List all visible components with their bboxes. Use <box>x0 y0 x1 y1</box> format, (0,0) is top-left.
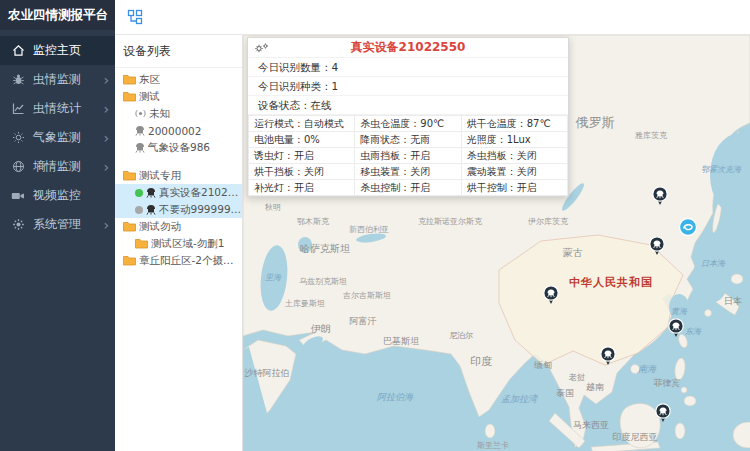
folder-icon <box>123 74 136 85</box>
tree-folder[interactable]: 测试勿动 <box>115 218 242 235</box>
camera-icon <box>11 190 25 202</box>
sidebar-item-label: 视频监控 <box>33 187 109 204</box>
tree-folder[interactable]: 测试专用 <box>115 167 242 184</box>
device-marker[interactable] <box>542 285 560 305</box>
tree-label: 测试区域-勿删1 <box>151 237 224 251</box>
tree-label: 测试 <box>139 90 160 104</box>
tree-device[interactable]: 不要动99999999 <box>115 201 242 218</box>
folder-icon <box>123 170 136 181</box>
popup-table-cell: 杀虫控制：开启 <box>355 180 461 196</box>
tree-label: 东区 <box>139 73 160 87</box>
device-tree: 东区测试未知20000002气象设备986测试专用真实设备21022550不要动… <box>115 68 242 269</box>
sidebar-item-label: 气象监测 <box>33 129 95 146</box>
device-panel-title: 设备列表 <box>115 35 242 68</box>
popup-stats: 今日识别数量：4今日识别种类：1设备状态：在线 <box>248 58 568 115</box>
sidebar-item-weather-monitor[interactable]: 气象监测› <box>0 123 115 152</box>
popup-table-cell: 移虫装置：关闭 <box>355 164 461 180</box>
popup-table-cell: 烘干挡板：关闭 <box>249 164 355 180</box>
sidebar-item-label: 墒情监测 <box>33 158 95 175</box>
popup-stat-row: 设备状态：在线 <box>248 96 568 115</box>
device-marker[interactable] <box>651 186 669 206</box>
gear-icon <box>11 218 25 231</box>
tree-device[interactable]: 真实设备21022550 <box>115 184 242 201</box>
popup-stat-row: 今日识别数量：4 <box>248 58 568 77</box>
popup-table-cell: 震动装置：关闭 <box>461 164 567 180</box>
status-dot-online <box>135 189 143 197</box>
tree-toggle-icon[interactable] <box>127 9 143 25</box>
tree-label: 未知 <box>149 107 170 121</box>
radio-icon <box>135 108 146 119</box>
popup-table-cell: 杀虫挡板：关闭 <box>461 148 567 164</box>
sidebar-item-label: 虫情统计 <box>33 100 95 117</box>
chevron-right-icon: › <box>103 102 109 116</box>
sidebar-menu: 监控主页虫情监测›虫情统计›气象监测›墒情监测›视频监控系统管理› <box>0 36 115 239</box>
tree-device[interactable]: 未知 <box>115 105 242 122</box>
popup-table-cell: 光照度：1Lux <box>461 132 567 148</box>
popup-table-row: 诱虫灯：开启虫雨挡板：开启杀虫挡板：关闭 <box>249 148 568 164</box>
popup-table-cell: 诱虫灯：开启 <box>249 148 355 164</box>
chevron-right-icon: › <box>103 218 109 232</box>
device-marker[interactable] <box>648 236 666 256</box>
device-marker[interactable] <box>667 318 685 338</box>
app-title: 农业四情测报平台 <box>0 0 115 30</box>
cluster-marker[interactable] <box>678 217 698 237</box>
tree-folder[interactable]: 章丘阳丘区-2个摄像头 <box>115 252 242 269</box>
sidebar-item-label: 系统管理 <box>33 216 95 233</box>
bug-icon <box>11 73 25 86</box>
sidebar-item-video-monitor[interactable]: 视频监控 <box>0 181 115 210</box>
tree-label: 真实设备21022550 <box>159 186 242 200</box>
popup-table-row: 运行模式：自动模式杀虫仓温度：90℃烘干仓温度：87℃ <box>249 116 568 132</box>
popup-table-cell: 虫雨挡板：开启 <box>355 148 461 164</box>
tree-label: 测试勿动 <box>139 220 181 234</box>
popup-title: 真实设备21022550 <box>248 39 568 56</box>
folder-icon <box>123 221 136 232</box>
sidebar-item-insect-monitor[interactable]: 虫情监测› <box>0 65 115 94</box>
tree-label: 不要动99999999 <box>159 203 242 217</box>
sidebar-item-label: 监控主页 <box>33 42 109 59</box>
sidebar-item-monitor-home[interactable]: 监控主页 <box>0 36 115 65</box>
popup-stat-row: 今日识别种类：1 <box>248 77 568 96</box>
device-marker[interactable] <box>599 346 617 366</box>
popup-table-cell: 烘干控制：开启 <box>461 180 567 196</box>
tree-device[interactable]: 气象设备986 <box>115 139 242 156</box>
device-popup: 真实设备21022550 今日识别数量：4今日识别种类：1设备状态：在线 运行模… <box>247 37 569 197</box>
map-canvas[interactable]: 俄罗斯雅库茨克秋明鄂木斯克新西伯利亚克拉斯诺亚尔斯克伊尔库茨克哈萨克斯坦蒙古中华… <box>243 35 750 451</box>
chevron-right-icon: › <box>103 73 109 87</box>
gears-icon[interactable] <box>254 42 269 54</box>
sidebar-item-soil-monitor[interactable]: 墒情监测› <box>0 152 115 181</box>
chevron-right-icon: › <box>103 131 109 145</box>
sidebar-item-insect-stats[interactable]: 虫情统计› <box>0 94 115 123</box>
tree-label: 章丘阳丘区-2个摄像头 <box>139 254 242 268</box>
weather-icon <box>11 131 25 144</box>
topbar <box>115 0 750 35</box>
tree-label: 测试专用 <box>139 169 181 183</box>
status-dot-offline <box>135 206 143 214</box>
tree-label: 20000002 <box>148 125 201 137</box>
tree-folder[interactable]: 测试 <box>115 88 242 105</box>
tree-folder[interactable]: 测试区域-勿删1 <box>115 235 242 252</box>
main-area: 设备列表 东区测试未知20000002气象设备986测试专用真实设备210225… <box>115 0 750 451</box>
device-marker[interactable] <box>654 403 672 423</box>
popup-table-cell: 杀虫仓温度：90℃ <box>355 116 461 132</box>
sidebar-item-system-manage[interactable]: 系统管理› <box>0 210 115 239</box>
chevron-right-icon: › <box>103 160 109 174</box>
popup-table-cell: 降雨状态：无雨 <box>355 132 461 148</box>
trap-icon <box>135 142 145 153</box>
popup-table-row: 补光灯：开启杀虫控制：开启烘干控制：开启 <box>249 180 568 196</box>
device-panel: 设备列表 东区测试未知20000002气象设备986测试专用真实设备210225… <box>115 35 243 451</box>
content: 设备列表 东区测试未知20000002气象设备986测试专用真实设备210225… <box>115 35 750 451</box>
tree-label: 气象设备986 <box>148 141 210 155</box>
popup-table-cell: 烘干仓温度：87℃ <box>461 116 567 132</box>
trap-icon <box>135 125 145 136</box>
folder-icon <box>135 238 148 249</box>
sidebar-item-label: 虫情监测 <box>33 71 95 88</box>
popup-header: 真实设备21022550 <box>248 38 568 58</box>
home-icon <box>11 44 25 57</box>
popup-table-row: 电池电量：0%降雨状态：无雨光照度：1Lux <box>249 132 568 148</box>
folder-icon <box>123 255 136 266</box>
popup-table-cell: 运行模式：自动模式 <box>249 116 355 132</box>
tree-device[interactable]: 20000002 <box>115 122 242 139</box>
tree-folder[interactable]: 东区 <box>115 71 242 88</box>
trap-device-icon <box>146 187 156 198</box>
folder-icon <box>123 91 136 102</box>
